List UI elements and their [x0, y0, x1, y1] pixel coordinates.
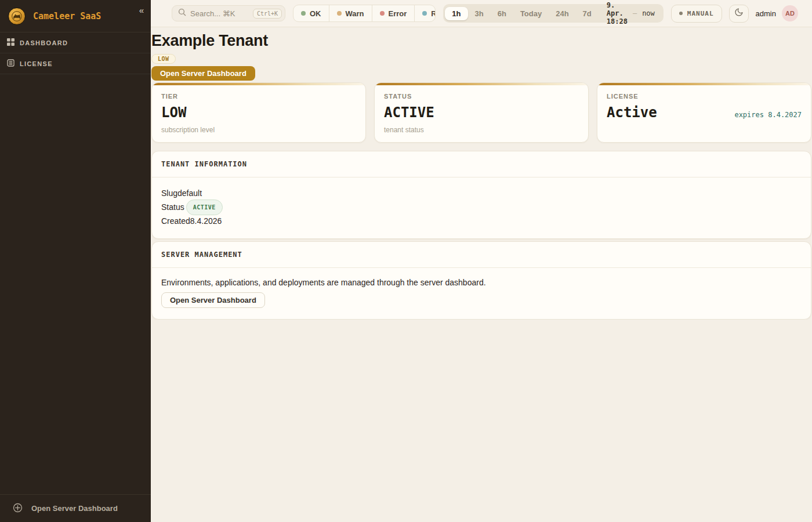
- search-shortcut-chip: Ctrl+K: [253, 9, 282, 19]
- stat-subtext: tenant status: [384, 126, 579, 134]
- user-name: admin: [756, 9, 776, 18]
- sidebar: Cameleer SaaS « DASHBOARD LICENSE Open S…: [0, 0, 151, 522]
- time-range-7d[interactable]: 7d: [576, 7, 599, 20]
- info-label: Status: [161, 201, 184, 213]
- error-status-dot: [380, 11, 385, 16]
- main-area: Ctrl+K OK Warn Error Running: [151, 0, 812, 522]
- manual-mode-button[interactable]: MANUAL: [671, 5, 722, 23]
- dark-mode-toggle[interactable]: [729, 5, 749, 23]
- sidebar-item-dashboard[interactable]: DASHBOARD: [0, 32, 151, 53]
- stat-subtext: subscription level: [161, 126, 356, 134]
- stat-label: TIER: [161, 93, 356, 100]
- range-separator: —: [633, 9, 637, 17]
- search-box[interactable]: Ctrl+K: [172, 5, 285, 21]
- server-management-card: SERVER MANAGEMENT Environments, applicat…: [151, 241, 811, 320]
- stat-label: STATUS: [384, 93, 579, 100]
- brand-logo-camel-icon: [8, 8, 26, 25]
- topbar: Ctrl+K OK Warn Error Running: [151, 0, 812, 27]
- status-filter-group: OK Warn Error Running: [293, 5, 436, 22]
- time-range-3h[interactable]: 3h: [468, 7, 491, 20]
- license-expiry: expires 8.4.2027: [734, 111, 802, 119]
- filter-label: Running: [431, 9, 436, 18]
- search-icon: [178, 8, 186, 19]
- filter-warn[interactable]: Warn: [329, 5, 372, 21]
- stat-card-status: STATUS ACTIVE tenant status: [374, 82, 589, 143]
- sidebar-item-label: DASHBOARD: [20, 39, 68, 46]
- time-range-display: 9. Apr. 18:28 — now: [599, 1, 662, 26]
- ok-status-dot: [301, 11, 306, 16]
- range-start-time: 9. Apr. 18:28: [607, 1, 628, 26]
- info-label: Created: [161, 215, 190, 227]
- time-range-group: 1h 3h 6h Today 24h 7d 9. Apr. 18:28 — no…: [443, 4, 663, 23]
- sidebar-item-label: LICENSE: [20, 60, 53, 67]
- manual-mode-label: MANUAL: [687, 10, 714, 17]
- info-value: default: [177, 187, 202, 200]
- open-server-dashboard-button[interactable]: Open Server Dashboard: [151, 66, 255, 81]
- time-range-1h[interactable]: 1h: [445, 7, 467, 20]
- stat-card-license: LICENSE Active expires 8.4.2027: [597, 82, 811, 143]
- page-content: Example Tenant LOW Open Server Dashboard…: [151, 27, 812, 320]
- open-server-dashboard-secondary-button[interactable]: Open Server Dashboard: [161, 292, 265, 308]
- filter-label: OK: [310, 9, 321, 18]
- sidebar-collapse-icon[interactable]: «: [139, 6, 144, 14]
- stat-value: Active: [607, 104, 657, 121]
- tenant-info-row-status: StatusACTIVE: [161, 200, 802, 215]
- server-management-description: Environments, applications, and deployme…: [161, 278, 802, 287]
- running-status-dot: [422, 11, 427, 16]
- moon-icon: [734, 8, 744, 19]
- tenant-information-card: TENANT INFORMATION Slugdefault StatusACT…: [151, 151, 811, 239]
- topbar-right-cluster: MANUAL admin AD: [671, 5, 798, 23]
- avatar[interactable]: AD: [782, 5, 798, 21]
- stat-value: ACTIVE: [384, 104, 434, 121]
- active-status-badge: ACTIVE: [186, 200, 223, 215]
- page-title: Example Tenant: [151, 32, 811, 50]
- time-range-6h[interactable]: 6h: [491, 7, 513, 20]
- dashboard-grid-icon: [7, 38, 14, 47]
- stat-card-tier: TIER LOW subscription level: [151, 82, 366, 143]
- tenant-info-row-created: Created8.4.2026: [161, 215, 802, 227]
- section-title: SERVER MANAGEMENT: [152, 242, 811, 268]
- user-menu[interactable]: admin AD: [756, 5, 798, 21]
- filter-ok[interactable]: OK: [293, 5, 329, 21]
- range-end-time: now: [642, 9, 655, 17]
- info-value: 8.4.2026: [190, 215, 222, 227]
- manual-mode-dot-icon: [679, 12, 683, 15]
- globe-plus-icon: [13, 503, 23, 514]
- app-window: Cameleer SaaS « DASHBOARD LICENSE Open S…: [0, 0, 812, 522]
- sidebar-header: Cameleer SaaS «: [0, 0, 151, 32]
- filter-label: Warn: [346, 9, 364, 18]
- time-range-today[interactable]: Today: [513, 7, 549, 20]
- tier-badge: LOW: [151, 54, 176, 64]
- tenant-info-row-slug: Slugdefault: [161, 187, 802, 200]
- stat-value: LOW: [161, 104, 186, 121]
- search-input[interactable]: [190, 9, 249, 18]
- warn-status-dot: [337, 11, 342, 16]
- filter-error[interactable]: Error: [372, 5, 415, 21]
- brand-name: Cameleer SaaS: [33, 11, 101, 21]
- time-range-24h[interactable]: 24h: [549, 7, 575, 20]
- license-document-icon: [7, 59, 14, 68]
- filter-running[interactable]: Running: [415, 5, 436, 21]
- sidebar-footer-label: Open Server Dashboard: [31, 504, 118, 513]
- sidebar-open-server-dashboard[interactable]: Open Server Dashboard: [0, 494, 151, 522]
- filter-label: Error: [389, 9, 407, 18]
- info-label: Slug: [161, 187, 177, 200]
- stat-label: LICENSE: [607, 93, 802, 100]
- section-title: TENANT INFORMATION: [152, 151, 811, 177]
- stat-card-grid: TIER LOW subscription level STATUS ACTIV…: [151, 82, 811, 143]
- sidebar-item-license[interactable]: LICENSE: [0, 53, 151, 74]
